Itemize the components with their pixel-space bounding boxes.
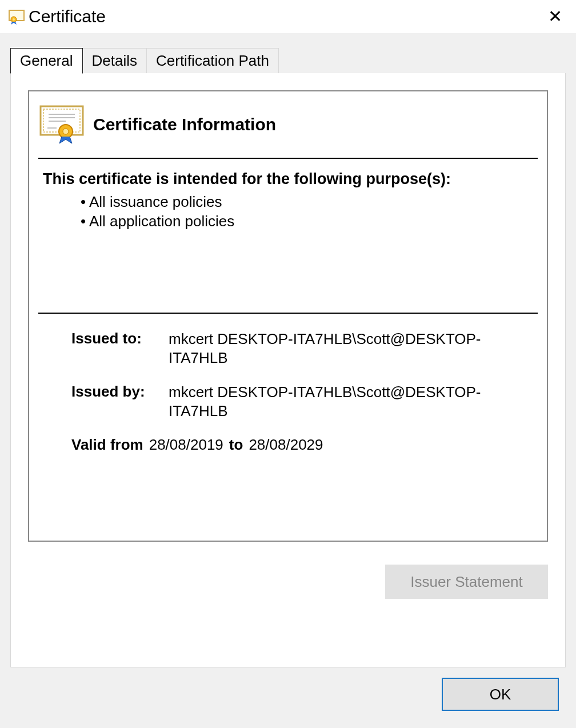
- valid-to-value: 28/08/2029: [249, 436, 323, 454]
- tab-panel-general: Certificate Information This certificate…: [10, 73, 566, 667]
- issuer-statement-button: Issuer Statement: [385, 565, 548, 599]
- tab-certification-path[interactable]: Certification Path: [146, 48, 279, 73]
- certificate-info-box: Certificate Information This certificate…: [28, 90, 548, 542]
- tab-details[interactable]: Details: [82, 48, 147, 73]
- svg-point-2: [13, 18, 15, 21]
- certificate-icon: [8, 8, 25, 25]
- divider: [38, 313, 538, 314]
- valid-from-value: 28/08/2019: [149, 436, 223, 454]
- valid-to-label: to: [229, 436, 243, 454]
- titlebar: Certificate ✕: [0, 0, 576, 33]
- tabs: General Details Certification Path: [10, 48, 566, 73]
- purpose-item: All issuance policies: [81, 193, 538, 212]
- valid-row: Valid from 28/08/2019 to 28/08/2029: [38, 436, 538, 454]
- tab-general[interactable]: General: [10, 48, 83, 74]
- title-left: Certificate: [8, 7, 106, 26]
- close-icon[interactable]: ✕: [546, 8, 565, 25]
- certificate-large-icon: [38, 105, 85, 144]
- tabs-wrapper: General Details Certification Path: [0, 33, 576, 73]
- content-area: General Details Certification Path: [0, 33, 576, 728]
- issued-to-label: Issued to:: [71, 330, 169, 367]
- cert-info-title: Certificate Information: [93, 115, 276, 134]
- svg-point-10: [63, 129, 69, 134]
- ok-button[interactable]: OK: [442, 678, 559, 711]
- issued-by-label: Issued by:: [71, 383, 169, 420]
- purpose-heading: This certificate is intended for the fol…: [38, 170, 538, 188]
- issued-by-value: mkcert DESKTOP-ITA7HLB\Scott@DESKTOP-ITA…: [169, 383, 538, 420]
- cert-header: Certificate Information: [38, 105, 538, 159]
- issued-to-row: Issued to: mkcert DESKTOP-ITA7HLB\Scott@…: [38, 330, 538, 367]
- issued-to-value: mkcert DESKTOP-ITA7HLB\Scott@DESKTOP-ITA…: [169, 330, 538, 367]
- valid-from-label: Valid from: [71, 436, 143, 454]
- purpose-list: All issuance policies All application po…: [38, 193, 538, 313]
- issued-by-row: Issued by: mkcert DESKTOP-ITA7HLB\Scott@…: [38, 383, 538, 420]
- window-title: Certificate: [29, 7, 106, 26]
- purpose-item: All application policies: [81, 212, 538, 231]
